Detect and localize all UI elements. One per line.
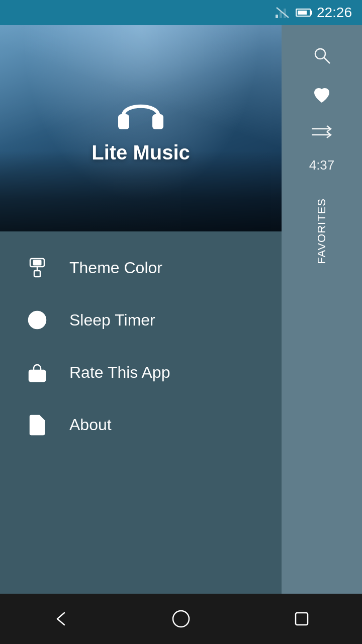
track-time: 4:37 (309, 157, 335, 173)
app-title: Lite Music (92, 141, 190, 164)
headphones-icon (116, 93, 166, 133)
about-label: About (69, 416, 112, 434)
search-icon[interactable] (312, 45, 332, 70)
menu-item-rate-app[interactable]: Rate This App (0, 346, 282, 398)
about-icon (25, 413, 49, 437)
svg-rect-11 (33, 260, 41, 265)
back-button[interactable] (40, 604, 80, 634)
sleep-timer-icon (25, 308, 49, 332)
status-time: 22:26 (317, 5, 352, 21)
drawer-logo: Lite Music (92, 93, 190, 164)
favorites-label: FAVORITES (315, 198, 328, 264)
main-content-panel: 4:37 FAVORITES (282, 25, 362, 644)
main-layout: 4:37 FAVORITES (0, 25, 362, 644)
battery-icon (296, 9, 311, 17)
sleep-timer-label: Sleep Timer (69, 311, 155, 330)
svg-rect-23 (296, 613, 308, 625)
status-icons: 22:26 (276, 5, 352, 21)
rate-app-icon (25, 360, 49, 384)
rate-app-label: Rate This App (69, 363, 170, 382)
status-bar: 22:26 (0, 0, 362, 25)
svg-rect-0 (276, 15, 278, 18)
svg-line-5 (324, 57, 330, 63)
menu-item-about[interactable]: About (0, 398, 282, 451)
queue-icon[interactable] (312, 125, 332, 142)
svg-rect-8 (118, 114, 129, 129)
favorites-icon[interactable] (312, 85, 332, 110)
drawer-header: Lite Music (0, 25, 282, 231)
menu-item-sleep-timer[interactable]: Sleep Timer (0, 294, 282, 346)
navigation-drawer: Lite Music Theme Color (0, 25, 282, 644)
svg-rect-9 (152, 114, 163, 129)
svg-line-3 (277, 8, 289, 18)
theme-color-label: Theme Color (69, 259, 162, 277)
menu-item-theme-color[interactable]: Theme Color (0, 242, 282, 294)
drawer-menu: Theme Color Sleep Timer (0, 231, 282, 644)
theme-color-icon (25, 256, 49, 280)
bottom-navigation-bar (0, 594, 362, 644)
recents-button[interactable] (282, 604, 322, 634)
svg-rect-13 (34, 271, 40, 277)
home-button[interactable] (161, 604, 201, 634)
svg-point-22 (173, 611, 189, 627)
no-signal-icon (276, 7, 290, 19)
